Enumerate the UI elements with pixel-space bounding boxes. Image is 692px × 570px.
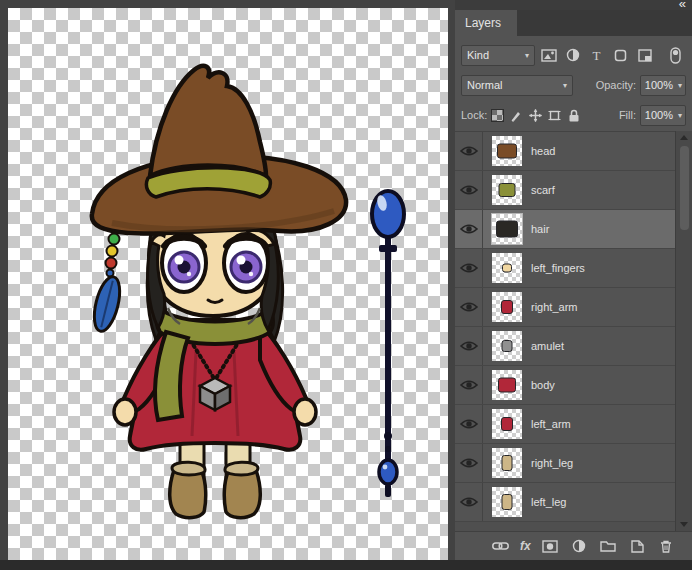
lock-transparent-icon[interactable]	[489, 106, 506, 124]
new-layer-icon[interactable]	[628, 537, 647, 556]
chevron-down-icon: ▾	[563, 81, 567, 90]
layer-row[interactable]: left_arm	[455, 405, 675, 444]
layer-visibility-toggle[interactable]	[455, 171, 483, 209]
layer-thumb-sprite	[496, 221, 518, 238]
layer-thumbnail[interactable]	[492, 370, 522, 400]
layer-name: left_fingers	[531, 262, 585, 274]
layer-thumbnail[interactable]	[492, 487, 522, 517]
chevron-down-icon: ▾	[525, 51, 529, 60]
layer-visibility-toggle[interactable]	[455, 249, 483, 287]
layer-name: hair	[531, 223, 549, 235]
blend-row: Normal ▾ Opacity: 100% ▾	[461, 70, 686, 100]
layer-thumb-sprite	[502, 494, 513, 510]
layers-scrollbar[interactable]	[675, 131, 692, 531]
layers-list: head scarf hair left_fingers right_a	[455, 131, 675, 532]
shape-layer-filter-icon[interactable]	[610, 45, 631, 66]
layer-mask-icon[interactable]	[541, 537, 560, 556]
panel-header: «	[455, 0, 692, 10]
layer-thumb-sprite	[501, 417, 513, 431]
eye-icon	[460, 379, 478, 391]
pixel-layer-filter-icon[interactable]	[538, 45, 559, 66]
smart-object-filter-icon[interactable]	[634, 45, 655, 66]
chevron-down-icon: ▾	[678, 81, 682, 90]
lock-row: Lock: Fill: 100% ▾	[461, 100, 686, 130]
delete-layer-icon[interactable]	[657, 537, 676, 556]
eye-icon	[460, 223, 478, 235]
type-layer-filter-icon[interactable]: T	[586, 45, 607, 66]
layer-style-icon[interactable]: fx	[520, 539, 531, 553]
layer-thumbnail[interactable]	[492, 448, 522, 478]
layer-thumbnail[interactable]	[492, 409, 522, 439]
layer-thumbnail[interactable]	[492, 214, 522, 244]
layer-thumbnail[interactable]	[492, 175, 522, 205]
character-illustration	[8, 8, 448, 560]
collapse-panel-icon[interactable]: «	[679, 0, 685, 11]
layer-row[interactable]: right_arm	[455, 288, 675, 327]
layer-row[interactable]: hair	[455, 210, 675, 249]
eye-icon	[460, 418, 478, 430]
scroll-up-arrow[interactable]	[680, 135, 688, 140]
lock-label: Lock:	[461, 109, 487, 121]
eye-icon	[460, 184, 478, 196]
layer-row[interactable]: amulet	[455, 327, 675, 366]
layer-name: scarf	[531, 184, 555, 196]
layer-row[interactable]: body	[455, 366, 675, 405]
lock-pixels-icon[interactable]	[508, 106, 525, 124]
chevron-down-icon: ▾	[678, 111, 682, 120]
layer-thumb-sprite	[502, 340, 513, 352]
layer-name: left_leg	[531, 496, 566, 508]
eye-icon	[460, 457, 478, 469]
lock-all-icon[interactable]	[565, 106, 582, 124]
layer-thumb-sprite	[501, 300, 513, 314]
kind-dropdown[interactable]: Kind ▾	[461, 45, 535, 66]
scroll-down-arrow[interactable]	[680, 522, 688, 527]
layers-panel: « Layers Kind ▾ T Normal	[455, 0, 692, 560]
layer-row[interactable]: scarf	[455, 171, 675, 210]
eye-icon	[460, 145, 478, 157]
layer-visibility-toggle[interactable]	[455, 444, 483, 482]
panel-tab-bar: Layers	[455, 10, 692, 36]
blend-mode-value: Normal	[467, 79, 502, 91]
link-layers-icon[interactable]	[491, 537, 510, 556]
layer-visibility-toggle[interactable]	[455, 132, 483, 170]
lock-artboard-icon[interactable]	[546, 106, 563, 124]
layer-row[interactable]: right_leg	[455, 444, 675, 483]
opacity-label: Opacity:	[596, 79, 636, 91]
layer-thumb-sprite	[502, 455, 513, 471]
fill-value: 100%	[645, 109, 673, 121]
adjustment-layer-filter-icon[interactable]	[562, 45, 583, 66]
blend-mode-dropdown[interactable]: Normal ▾	[461, 75, 573, 96]
layer-filter-toggle[interactable]	[665, 45, 686, 66]
layers-bottom-bar: fx	[455, 531, 692, 560]
eye-icon	[460, 262, 478, 274]
eye-icon	[460, 496, 478, 508]
layer-visibility-toggle[interactable]	[455, 405, 483, 443]
layer-row[interactable]: left_leg	[455, 483, 675, 522]
tab-layers[interactable]: Layers	[455, 10, 517, 36]
adjustment-layer-icon[interactable]	[570, 537, 589, 556]
layer-row[interactable]: head	[455, 132, 675, 171]
eye-icon	[460, 301, 478, 313]
layer-thumbnail[interactable]	[492, 331, 522, 361]
layer-thumb-sprite	[502, 264, 512, 273]
layer-thumbnail[interactable]	[492, 136, 522, 166]
layer-group-icon[interactable]	[599, 537, 618, 556]
fill-value-field[interactable]: 100% ▾	[640, 105, 686, 126]
opacity-value-field[interactable]: 100% ▾	[640, 75, 686, 96]
layer-visibility-toggle[interactable]	[455, 210, 483, 248]
layer-name: body	[531, 379, 555, 391]
scrollbar-thumb[interactable]	[680, 146, 689, 230]
layer-thumb-sprite	[497, 144, 517, 159]
fill-label: Fill:	[619, 109, 636, 121]
layer-thumbnail[interactable]	[492, 292, 522, 322]
lock-position-icon[interactable]	[527, 106, 544, 124]
layer-visibility-toggle[interactable]	[455, 483, 483, 521]
layer-row[interactable]: left_fingers	[455, 249, 675, 288]
layer-visibility-toggle[interactable]	[455, 327, 483, 365]
document-canvas[interactable]	[8, 8, 448, 560]
layer-name: left_arm	[531, 418, 571, 430]
layer-thumbnail[interactable]	[492, 253, 522, 283]
layer-visibility-toggle[interactable]	[455, 366, 483, 404]
layer-visibility-toggle[interactable]	[455, 288, 483, 326]
layer-name: head	[531, 145, 555, 157]
